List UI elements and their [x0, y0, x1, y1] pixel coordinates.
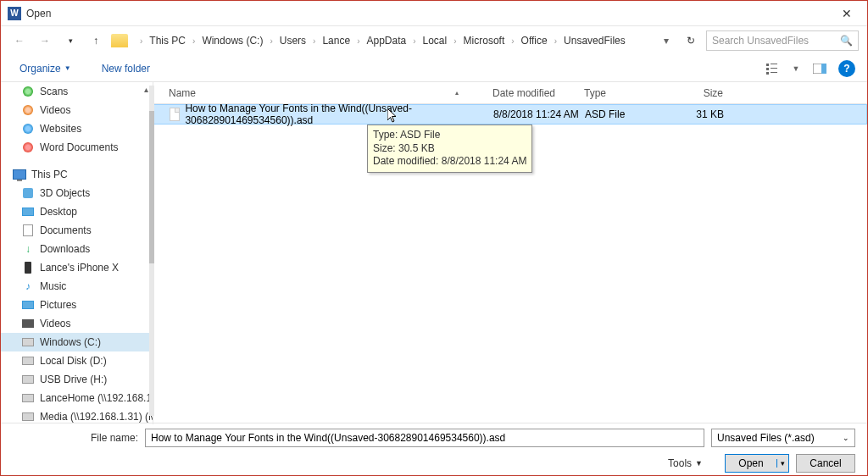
folder-icon: [21, 86, 35, 97]
sidebar-label: Websites: [40, 123, 81, 135]
sidebar-item-local-disk-d[interactable]: Local Disk (D:): [1, 351, 153, 370]
tooltip-date: Date modified: 8/8/2018 11:24 AM: [373, 155, 526, 169]
breadcrumb-item[interactable]: AppData: [363, 33, 409, 48]
sidebar-label: Desktop: [40, 206, 77, 218]
search-input[interactable]: [712, 35, 840, 47]
new-folder-label: New folder: [102, 63, 150, 75]
sidebar-label: Pictures: [40, 299, 76, 311]
sidebar-label: Local Disk (D:): [40, 355, 107, 367]
sidebar-item-3d-objects[interactable]: 3D Objects: [1, 184, 153, 202]
sidebar-item-pictures[interactable]: Pictures: [1, 296, 153, 314]
svg-rect-3: [771, 68, 777, 69]
svg-rect-2: [766, 68, 769, 70]
sidebar-item-music[interactable]: ♪Music: [1, 277, 153, 296]
svg-rect-7: [821, 64, 826, 74]
view-dropdown[interactable]: ▼: [786, 58, 806, 79]
new-folder-button[interactable]: New folder: [95, 59, 157, 78]
chevron-down-icon: ▼: [64, 64, 71, 72]
folder-icon: [21, 141, 35, 153]
preview-pane-button[interactable]: [810, 58, 830, 79]
breadcrumb-item[interactable]: Local: [420, 33, 451, 48]
svg-rect-5: [771, 72, 777, 73]
sidebar-label: Lance's iPhone X: [40, 262, 119, 274]
forward-button[interactable]: →: [35, 30, 55, 51]
sidebar-item-websites[interactable]: Websites: [1, 119, 153, 138]
chevron-right-icon: ›: [411, 36, 417, 46]
sidebar-label: 3D Objects: [40, 187, 90, 199]
sidebar-item-videos-lib[interactable]: Videos: [1, 314, 153, 333]
bottom-panel: File name: Unsaved Files (*.asd) ⌄ Tools…: [1, 423, 867, 475]
sidebar-scrollbar[interactable]: [149, 86, 154, 416]
breadcrumb-item[interactable]: Microsoft: [460, 33, 509, 48]
tools-button[interactable]: Tools ▼: [661, 454, 709, 473]
pictures-icon: [21, 299, 35, 311]
up-button[interactable]: ↑: [86, 30, 106, 51]
drive-icon: [21, 336, 35, 348]
column-type[interactable]: Type: [584, 87, 672, 99]
breadcrumb-dropdown[interactable]: ▾: [660, 35, 672, 47]
breadcrumb-item[interactable]: Lance: [319, 33, 353, 48]
cancel-label: Cancel: [810, 457, 841, 469]
sidebar-item-iphone[interactable]: Lance's iPhone X: [1, 258, 153, 277]
sidebar-item-scans[interactable]: Scans: [1, 82, 153, 101]
recent-dropdown[interactable]: ▾: [60, 30, 81, 51]
toolbar: Organize ▼ New folder ▼ ?: [1, 55, 867, 82]
sidebar-item-media-net[interactable]: Media (\\192.168.1.31) (M:): [1, 407, 153, 424]
file-item[interactable]: How to Manage Your Fonts in the Wind((Un…: [153, 104, 867, 125]
sidebar-label: Windows (C:): [40, 336, 101, 348]
column-name[interactable]: Name▴: [153, 87, 492, 99]
chevron-right-icon: ›: [452, 36, 458, 46]
sidebar-item-videos[interactable]: Videos: [1, 101, 153, 119]
file-icon: [170, 108, 180, 121]
breadcrumb-item[interactable]: Windows (C:): [198, 33, 266, 48]
tooltip-type: Type: ASD File: [373, 129, 526, 142]
documents-icon: [21, 224, 35, 236]
sidebar-label: Videos: [40, 318, 70, 329]
back-button[interactable]: ←: [9, 30, 30, 51]
close-button[interactable]: ✕: [833, 3, 860, 24]
3d-icon: [21, 187, 35, 199]
breadcrumb-item[interactable]: Users: [276, 33, 309, 48]
tools-label: Tools: [668, 457, 692, 469]
help-button[interactable]: ?: [838, 60, 855, 77]
breadcrumb-item[interactable]: UnsavedFiles: [560, 33, 629, 48]
navigation-tree: ▴ Scans Videos Websites Word Documents T…: [1, 82, 153, 424]
file-date: 8/8/2018 11:24 AM: [493, 108, 585, 120]
chevron-right-icon: ›: [355, 36, 361, 46]
sidebar-item-word-documents[interactable]: Word Documents: [1, 138, 153, 157]
sidebar-label: Videos: [40, 104, 70, 116]
organize-button[interactable]: Organize ▼: [13, 59, 78, 78]
sidebar-item-lancehome-net[interactable]: LanceHome (\\192.168.1.31: [1, 389, 153, 407]
sidebar-item-desktop[interactable]: Desktop: [1, 202, 153, 221]
sidebar-item-documents[interactable]: Documents: [1, 221, 153, 240]
cancel-button[interactable]: Cancel: [796, 454, 855, 473]
column-size[interactable]: Size: [672, 87, 732, 99]
filetype-select[interactable]: Unsaved Files (*.asd) ⌄: [711, 429, 855, 447]
view-options-button[interactable]: [762, 58, 782, 79]
organize-label: Organize: [19, 63, 61, 75]
refresh-button[interactable]: ↻: [681, 30, 701, 51]
sidebar-label: Documents: [40, 224, 92, 236]
open-button[interactable]: Open: [725, 454, 789, 473]
videos-icon: [21, 318, 35, 329]
filename-input[interactable]: [145, 429, 704, 447]
sidebar-item-this-pc[interactable]: This PC: [1, 165, 153, 184]
scrollbar-thumb[interactable]: [149, 111, 154, 263]
sidebar-label: Media (\\192.168.1.31) (M:): [40, 411, 153, 423]
network-drive-icon: [21, 392, 35, 404]
folder-icon: [21, 123, 35, 135]
window-title: Open: [26, 8, 833, 19]
sidebar-item-usb-drive-h[interactable]: USB Drive (H:): [1, 370, 153, 389]
sidebar-item-windows-c[interactable]: Windows (C:): [1, 333, 153, 351]
search-box[interactable]: 🔍: [706, 30, 859, 51]
breadcrumb-item[interactable]: Office: [518, 33, 551, 48]
breadcrumb[interactable]: › This PC › Windows (C:) › Users › Lance…: [135, 30, 676, 51]
open-label: Open: [738, 457, 763, 469]
breadcrumb-item[interactable]: This PC: [146, 33, 189, 48]
sidebar-label: USB Drive (H:): [40, 374, 107, 385]
downloads-icon: ↓: [21, 243, 35, 255]
column-date[interactable]: Date modified: [492, 87, 584, 99]
drive-icon: [21, 374, 35, 385]
sidebar-item-downloads[interactable]: ↓Downloads: [1, 240, 153, 258]
chevron-right-icon: ›: [509, 36, 515, 46]
